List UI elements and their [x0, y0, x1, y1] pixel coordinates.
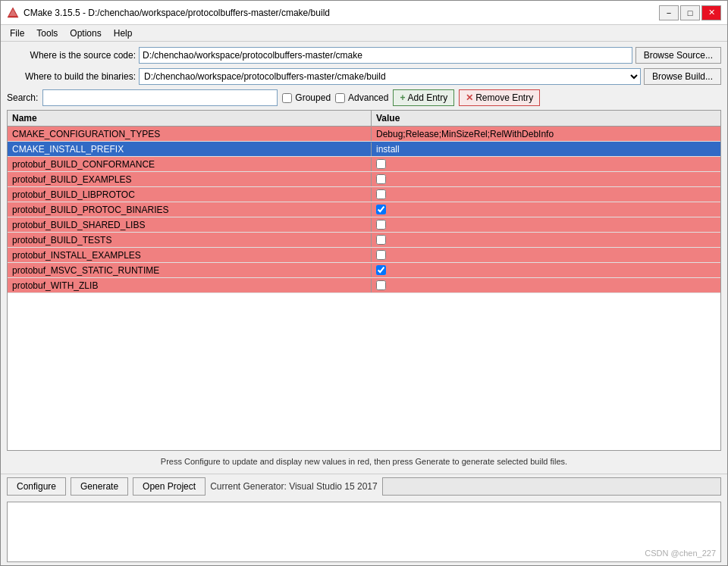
row-checkbox[interactable] [376, 205, 386, 214]
table-row[interactable]: protobuf_MSVC_STATIC_RUNTIME [8, 263, 720, 278]
row-name: protobuf_INSTALL_EXAMPLES [8, 249, 372, 262]
close-button[interactable]: ✕ [701, 5, 721, 20]
table-row[interactable]: CMAKE_INSTALL_PREFIXinstall [8, 142, 720, 157]
search-label: Search: [7, 92, 38, 103]
browse-source-button[interactable]: Browse Source... [635, 47, 721, 64]
table-row[interactable]: protobuf_BUILD_EXAMPLES [8, 172, 720, 187]
binaries-label: Where to build the binaries: [7, 71, 136, 82]
row-checkbox[interactable] [376, 189, 386, 199]
row-name: protobuf_BUILD_PROTOC_BINARIES [8, 203, 372, 217]
advanced-checkbox[interactable] [335, 93, 345, 103]
row-name: protobuf_BUILD_LIBPROTOC [8, 188, 372, 202]
binaries-dropdown[interactable]: D:/chenchao/workspace/protocolbuffers-ma… [139, 68, 641, 85]
row-checkbox[interactable] [376, 159, 386, 169]
watermark: CSDN @chen_227 [645, 549, 716, 558]
row-name: protobuf_BUILD_EXAMPLES [8, 173, 372, 186]
grouped-label: Grouped [295, 92, 331, 103]
row-checkbox[interactable] [376, 220, 386, 230]
configure-button[interactable]: Configure [7, 477, 66, 496]
table-row[interactable]: protobuf_BUILD_CONFORMANCE [8, 157, 720, 172]
add-entry-button[interactable]: + Add Entry [393, 89, 454, 106]
main-content: Where is the source code: Browse Source.… [1, 42, 727, 474]
source-input[interactable] [139, 47, 632, 64]
row-checkbox[interactable] [376, 280, 386, 290]
plus-icon: + [400, 92, 405, 103]
source-label: Where is the source code: [7, 50, 136, 61]
minimize-button[interactable]: − [659, 5, 679, 20]
status-message: Press Configure to update and display ne… [161, 457, 567, 466]
maximize-button[interactable]: □ [680, 5, 700, 20]
remove-entry-button[interactable]: ✕ Remove Entry [459, 89, 540, 106]
advanced-label: Advanced [348, 92, 388, 103]
table-header: Name Value [8, 111, 720, 127]
window-controls: − □ ✕ [659, 5, 721, 20]
row-value[interactable] [372, 218, 720, 231]
table-row[interactable]: protobuf_WITH_ZLIB [8, 278, 720, 293]
table-row[interactable]: CMAKE_CONFIGURATION_TYPESDebug;Release;M… [8, 127, 720, 142]
generator-box [382, 477, 721, 496]
generate-button[interactable]: Generate [71, 477, 128, 496]
menu-bar: File Tools Options Help [1, 25, 727, 42]
row-value[interactable] [372, 249, 720, 261]
col-value-header: Value [372, 111, 720, 126]
app-icon [7, 7, 19, 19]
row-checkbox[interactable] [376, 174, 386, 184]
row-value: install [372, 142, 720, 156]
row-name: protobuf_BUILD_TESTS [8, 233, 372, 247]
row-checkbox[interactable] [376, 265, 386, 275]
generator-label: Current Generator: Visual Studio 15 2017 [210, 481, 378, 492]
row-value[interactable] [372, 233, 720, 246]
row-value: Debug;Release;MinSizeRel;RelWithDebInfo [372, 127, 720, 141]
search-row: Search: Grouped Advanced + Add Entry ✕ R… [7, 89, 721, 107]
row-name: protobuf_BUILD_CONFORMANCE [8, 158, 372, 171]
row-name: CMAKE_CONFIGURATION_TYPES [8, 127, 372, 141]
row-value[interactable] [372, 203, 720, 216]
binaries-row: Where to build the binaries: D:/chenchao… [7, 67, 721, 86]
table-row[interactable]: protobuf_BUILD_SHARED_LIBS [8, 217, 720, 233]
row-value[interactable] [372, 158, 720, 170]
source-row: Where is the source code: Browse Source.… [7, 46, 721, 64]
menu-file[interactable]: File [4, 27, 30, 40]
menu-help[interactable]: Help [108, 27, 139, 40]
row-value[interactable] [372, 188, 720, 201]
grouped-checkbox[interactable] [282, 93, 292, 103]
row-value[interactable] [372, 279, 720, 292]
table-body: CMAKE_CONFIGURATION_TYPESDebug;Release;M… [8, 127, 720, 293]
row-name: protobuf_MSVC_STATIC_RUNTIME [8, 264, 372, 277]
row-checkbox[interactable] [376, 235, 386, 245]
table-row[interactable]: protobuf_INSTALL_EXAMPLES [8, 248, 720, 263]
menu-tools[interactable]: Tools [30, 27, 64, 40]
search-input[interactable] [42, 89, 278, 106]
row-name: protobuf_WITH_ZLIB [8, 279, 372, 292]
title-bar: CMake 3.15.5 - D:/chenchao/workspace/pro… [1, 1, 727, 25]
advanced-checkbox-group: Advanced [335, 92, 388, 103]
status-bar: Press Configure to update and display ne… [7, 454, 721, 469]
grouped-checkbox-group: Grouped [282, 92, 331, 103]
row-value[interactable] [372, 264, 720, 277]
browse-build-button[interactable]: Browse Build... [644, 68, 721, 85]
row-checkbox[interactable] [376, 250, 386, 260]
col-name-header: Name [8, 111, 372, 126]
config-table: Name Value CMAKE_CONFIGURATION_TYPESDebu… [7, 110, 721, 451]
x-icon: ✕ [466, 92, 473, 103]
table-row[interactable]: protobuf_BUILD_PROTOC_BINARIES [8, 202, 720, 217]
open-project-button[interactable]: Open Project [133, 477, 206, 496]
row-name: protobuf_BUILD_SHARED_LIBS [8, 218, 372, 232]
log-area [7, 502, 721, 562]
row-value[interactable] [372, 173, 720, 186]
menu-options[interactable]: Options [64, 27, 107, 40]
row-name: CMAKE_INSTALL_PREFIX [8, 142, 372, 156]
bottom-bar: Configure Generate Open Project Current … [1, 474, 727, 499]
table-row[interactable]: protobuf_BUILD_LIBPROTOC [8, 187, 720, 202]
title-text: CMake 3.15.5 - D:/chenchao/workspace/pro… [24, 8, 330, 18]
table-row[interactable]: protobuf_BUILD_TESTS [8, 233, 720, 248]
